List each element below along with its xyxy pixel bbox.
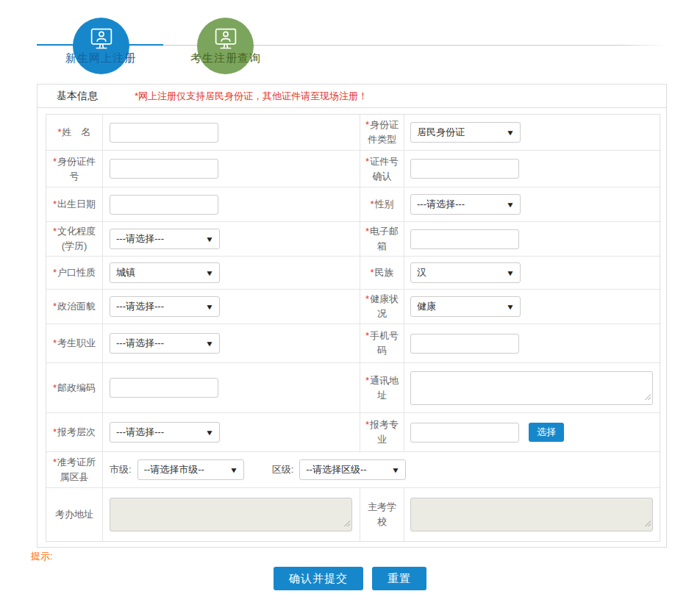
- field-label-id-type: *身份证件类型: [360, 115, 404, 150]
- field-label-text: *文化程度(学历): [51, 224, 98, 254]
- mailing-address-textarea[interactable]: [410, 371, 653, 405]
- required-asterisk: *: [53, 198, 57, 210]
- required-asterisk: *: [365, 226, 369, 237]
- dropdown-arrow-icon: ▼: [205, 340, 214, 348]
- required-asterisk: *: [365, 119, 369, 130]
- mobile-number-field-cell: [404, 323, 661, 362]
- submit-button[interactable]: 确认并提交: [274, 567, 363, 590]
- gender-select[interactable]: ---请选择---▼: [410, 194, 521, 215]
- step-label-registration-query[interactable]: 考生注册查询: [167, 51, 285, 65]
- field-label-text: *民族: [370, 265, 393, 280]
- resize-grip-icon: [343, 517, 351, 530]
- city-selected-value: --请选择市级--: [144, 463, 204, 476]
- birth-date-field-cell: [102, 187, 360, 221]
- dropdown-arrow-icon: ▼: [205, 303, 214, 311]
- dropdown-arrow-icon: ▼: [205, 235, 214, 243]
- step-label-new-registration[interactable]: 新生网上注册: [42, 51, 160, 65]
- field-label-text: *手机号码: [365, 329, 399, 358]
- field-label-text: *姓 名: [57, 125, 90, 140]
- health-status-selected-value: 健康: [417, 300, 436, 313]
- step-tab-registration-query[interactable]: [197, 18, 254, 74]
- field-label-email: *电子邮箱: [360, 221, 404, 256]
- id-type-select[interactable]: 居民身份证▼: [410, 122, 521, 143]
- field-label-text: *证件号确认: [365, 154, 399, 184]
- city-caption: 市级:: [110, 463, 132, 476]
- field-label-id-number-confirm: *证件号确认: [360, 150, 404, 187]
- email-input[interactable]: [410, 229, 519, 249]
- notice-text: *网上注册仅支持居民身份证，其他证件请至现场注册！: [135, 90, 368, 103]
- reset-button[interactable]: 重置: [372, 567, 426, 590]
- field-label-text: *报考层次: [53, 425, 96, 440]
- panel-header: 基本信息 *网上注册仅支持居民身份证，其他证件请至现场注册！: [38, 85, 666, 108]
- resize-grip-icon: [644, 517, 651, 530]
- resize-grip-icon: [644, 390, 651, 404]
- field-label-exam-district: *准考证所属区县: [46, 451, 102, 487]
- major-input[interactable]: [410, 423, 519, 443]
- required-asterisk: *: [53, 226, 57, 237]
- dropdown-arrow-icon: ▼: [506, 303, 515, 311]
- occupation-select[interactable]: ---请选择---▼: [110, 333, 220, 354]
- required-asterisk: *: [57, 126, 61, 137]
- host-school-field-cell: [404, 487, 661, 541]
- ethnicity-select[interactable]: 汉▼: [410, 262, 521, 283]
- mobile-number-input[interactable]: [410, 334, 519, 354]
- exam-office-address-field-cell: [102, 487, 360, 541]
- required-asterisk: *: [53, 426, 57, 437]
- email-field-cell: [404, 221, 661, 256]
- exam-district-field-cell: 市级:--请选择市级--▼区级:--请选择区级--▼: [102, 451, 661, 487]
- section-title: 基本信息: [57, 90, 98, 103]
- required-asterisk: *: [365, 419, 369, 430]
- city-select[interactable]: --请选择市级--▼: [138, 459, 244, 480]
- id-type-field-cell: 居民身份证▼: [404, 115, 661, 150]
- exam-level-selected-value: ---请选择---: [116, 426, 164, 439]
- id-number-field-cell: [102, 150, 360, 187]
- major-field-cell: 选择: [404, 412, 661, 451]
- required-asterisk: *: [53, 301, 57, 312]
- required-asterisk: *: [53, 382, 57, 393]
- gender-field-cell: ---请选择---▼: [404, 187, 661, 221]
- id-number-confirm-field-cell: [404, 150, 661, 187]
- field-label-exam-office-address: 考办地址: [46, 487, 102, 541]
- health-status-select[interactable]: 健康▼: [410, 296, 521, 317]
- required-asterisk: *: [53, 457, 57, 468]
- postal-code-field-cell: [102, 362, 360, 412]
- household-type-select[interactable]: 城镇▼: [110, 262, 220, 283]
- field-label-text: *电子邮箱: [365, 224, 399, 254]
- field-label-major: *报考专业: [360, 412, 404, 451]
- required-asterisk: *: [370, 267, 374, 278]
- political-status-selected-value: ---请选择---: [116, 300, 164, 313]
- ethnicity-selected-value: 汉: [417, 266, 426, 279]
- field-label-text: *户口性质: [53, 265, 96, 280]
- form-actions: 确认并提交 重置: [0, 567, 700, 590]
- dropdown-arrow-icon: ▼: [391, 466, 400, 474]
- id-number-input[interactable]: [110, 159, 218, 179]
- district-caption: 区级:: [272, 463, 294, 476]
- name-field-cell: [102, 115, 360, 150]
- id-number-confirm-input[interactable]: [410, 159, 519, 179]
- education-level-select[interactable]: ---请选择---▼: [110, 229, 220, 249]
- field-label-exam-level: *报考层次: [46, 412, 102, 451]
- required-asterisk: *: [53, 337, 57, 348]
- field-label-occupation: *考生职业: [46, 323, 102, 362]
- dropdown-arrow-icon: ▼: [506, 129, 515, 137]
- basic-info-panel: 基本信息 *网上注册仅支持居民身份证，其他证件请至现场注册！ *姓 名*身份证件…: [37, 84, 667, 548]
- district-select[interactable]: --请选择区级--▼: [299, 459, 406, 480]
- step-tab-new-registration[interactable]: [73, 18, 129, 74]
- occupation-field-cell: ---请选择---▼: [102, 323, 360, 362]
- exam-level-select[interactable]: ---请选择---▼: [110, 422, 220, 443]
- dropdown-arrow-icon: ▼: [229, 466, 238, 474]
- required-asterisk: *: [365, 330, 369, 341]
- field-label-text: *身份证件类型: [365, 118, 399, 147]
- household-type-selected-value: 城镇: [116, 266, 135, 279]
- field-label-postal-code: *邮政编码: [46, 362, 102, 412]
- field-label-id-number: *身份证件号: [46, 150, 102, 187]
- postal-code-input[interactable]: [110, 378, 218, 398]
- field-label-text: *出生日期: [53, 197, 96, 212]
- dropdown-arrow-icon: ▼: [205, 429, 214, 437]
- political-status-select[interactable]: ---请选择---▼: [110, 296, 220, 317]
- name-input[interactable]: [110, 123, 218, 143]
- field-label-text: *健康状况: [365, 292, 399, 321]
- choose-major-button[interactable]: 选择: [529, 423, 564, 442]
- health-status-field-cell: 健康▼: [404, 289, 661, 323]
- birth-date-input[interactable]: [110, 195, 218, 215]
